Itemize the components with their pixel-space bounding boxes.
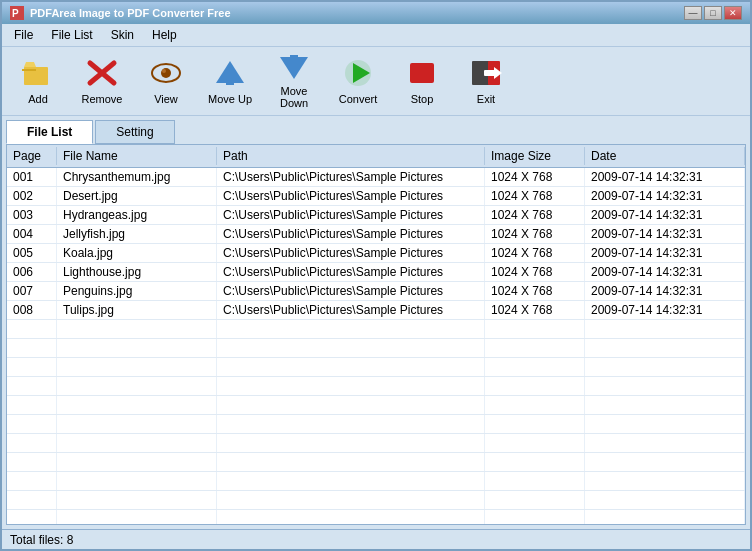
cell-filename: Penguins.jpg	[57, 282, 217, 300]
maximize-button[interactable]: □	[704, 6, 722, 20]
table-row[interactable]: 007 Penguins.jpg C:\Users\Public\Picture…	[7, 282, 745, 301]
cell-date: 2009-07-14 14:32:31	[585, 244, 745, 262]
stop-label: Stop	[411, 93, 434, 105]
convert-label: Convert	[339, 93, 378, 105]
cell-size: 1024 X 768	[485, 206, 585, 224]
table-row-empty	[7, 339, 745, 358]
table-row[interactable]: 005 Koala.jpg C:\Users\Public\Pictures\S…	[7, 244, 745, 263]
convert-icon	[342, 57, 374, 89]
move-up-icon	[214, 57, 246, 89]
add-label: Add	[28, 93, 48, 105]
cell-date: 2009-07-14 14:32:31	[585, 187, 745, 205]
cell-date: 2009-07-14 14:32:31	[585, 301, 745, 319]
minimize-button[interactable]: —	[684, 6, 702, 20]
cell-filename: Desert.jpg	[57, 187, 217, 205]
status-bar: Total files: 8	[2, 529, 750, 549]
cell-path: C:\Users\Public\Pictures\Sample Pictures	[217, 187, 485, 205]
cell-size: 1024 X 768	[485, 225, 585, 243]
add-button[interactable]: Add	[8, 51, 68, 111]
exit-button[interactable]: Exit	[456, 51, 516, 111]
tab-bar: File List Setting	[6, 120, 746, 144]
view-icon	[150, 57, 182, 89]
table-row[interactable]: 003 Hydrangeas.jpg C:\Users\Public\Pictu…	[7, 206, 745, 225]
menu-help[interactable]: Help	[144, 26, 185, 44]
table-row[interactable]: 008 Tulips.jpg C:\Users\Public\Pictures\…	[7, 301, 745, 320]
svg-rect-12	[226, 77, 234, 85]
cell-page: 005	[7, 244, 57, 262]
view-label: View	[154, 93, 178, 105]
content-area: File List Setting Page File Name Path Im…	[2, 116, 750, 529]
cell-filename: Koala.jpg	[57, 244, 217, 262]
cell-filename: Jellyfish.jpg	[57, 225, 217, 243]
remove-label: Remove	[82, 93, 123, 105]
exit-icon	[470, 57, 502, 89]
svg-rect-17	[410, 63, 434, 83]
cell-date: 2009-07-14 14:32:31	[585, 225, 745, 243]
cell-path: C:\Users\Public\Pictures\Sample Pictures	[217, 301, 485, 319]
cell-size: 1024 X 768	[485, 187, 585, 205]
cell-page: 004	[7, 225, 57, 243]
view-button[interactable]: View	[136, 51, 196, 111]
cell-date: 2009-07-14 14:32:31	[585, 168, 745, 186]
cell-page: 001	[7, 168, 57, 186]
cell-filename: Lighthouse.jpg	[57, 263, 217, 281]
cell-filename: Tulips.jpg	[57, 301, 217, 319]
col-date: Date	[585, 147, 745, 165]
remove-button[interactable]: Remove	[72, 51, 132, 111]
move-up-button[interactable]: Move Up	[200, 51, 260, 111]
convert-button[interactable]: Convert	[328, 51, 388, 111]
table-row-empty	[7, 396, 745, 415]
cell-path: C:\Users\Public\Pictures\Sample Pictures	[217, 282, 485, 300]
toolbar: Add Remove View	[2, 47, 750, 116]
cell-size: 1024 X 768	[485, 168, 585, 186]
table-row-empty	[7, 377, 745, 396]
cell-path: C:\Users\Public\Pictures\Sample Pictures	[217, 225, 485, 243]
menu-file[interactable]: File	[6, 26, 41, 44]
svg-point-9	[161, 68, 171, 78]
cell-filename: Hydrangeas.jpg	[57, 206, 217, 224]
tab-file-list[interactable]: File List	[6, 120, 93, 144]
cell-path: C:\Users\Public\Pictures\Sample Pictures	[217, 244, 485, 262]
table-row-empty	[7, 491, 745, 510]
remove-icon	[86, 57, 118, 89]
move-down-icon	[278, 53, 310, 81]
tab-setting[interactable]: Setting	[95, 120, 174, 144]
table-row[interactable]: 002 Desert.jpg C:\Users\Public\Pictures\…	[7, 187, 745, 206]
cell-page: 007	[7, 282, 57, 300]
table-row[interactable]: 004 Jellyfish.jpg C:\Users\Public\Pictur…	[7, 225, 745, 244]
cell-path: C:\Users\Public\Pictures\Sample Pictures	[217, 168, 485, 186]
cell-size: 1024 X 768	[485, 244, 585, 262]
table-row-empty	[7, 320, 745, 339]
move-down-label: Move Down	[268, 85, 320, 109]
stop-icon	[406, 57, 438, 89]
app-icon: P	[10, 6, 24, 20]
exit-label: Exit	[477, 93, 495, 105]
cell-path: C:\Users\Public\Pictures\Sample Pictures	[217, 206, 485, 224]
table-row-empty	[7, 472, 745, 491]
table-row-empty	[7, 415, 745, 434]
close-button[interactable]: ✕	[724, 6, 742, 20]
table-row[interactable]: 006 Lighthouse.jpg C:\Users\Public\Pictu…	[7, 263, 745, 282]
move-down-button[interactable]: Move Down	[264, 51, 324, 111]
table-body: 001 Chrysanthemum.jpg C:\Users\Public\Pi…	[7, 168, 745, 524]
menu-file-list[interactable]: File List	[43, 26, 100, 44]
table-header: Page File Name Path Image Size Date	[7, 145, 745, 168]
cell-date: 2009-07-14 14:32:31	[585, 282, 745, 300]
cell-size: 1024 X 768	[485, 282, 585, 300]
stop-button[interactable]: Stop	[392, 51, 452, 111]
menu-skin[interactable]: Skin	[103, 26, 142, 44]
window-title: PDFArea Image to PDF Converter Free	[30, 7, 231, 19]
cell-path: C:\Users\Public\Pictures\Sample Pictures	[217, 263, 485, 281]
cell-size: 1024 X 768	[485, 301, 585, 319]
col-page: Page	[7, 147, 57, 165]
cell-page: 006	[7, 263, 57, 281]
svg-rect-14	[290, 55, 298, 63]
cell-date: 2009-07-14 14:32:31	[585, 263, 745, 281]
table-row[interactable]: 001 Chrysanthemum.jpg C:\Users\Public\Pi…	[7, 168, 745, 187]
cell-filename: Chrysanthemum.jpg	[57, 168, 217, 186]
svg-point-10	[162, 69, 166, 73]
title-bar-left: P PDFArea Image to PDF Converter Free	[10, 6, 231, 20]
cell-date: 2009-07-14 14:32:31	[585, 206, 745, 224]
table-row-empty	[7, 358, 745, 377]
add-icon	[22, 57, 54, 89]
